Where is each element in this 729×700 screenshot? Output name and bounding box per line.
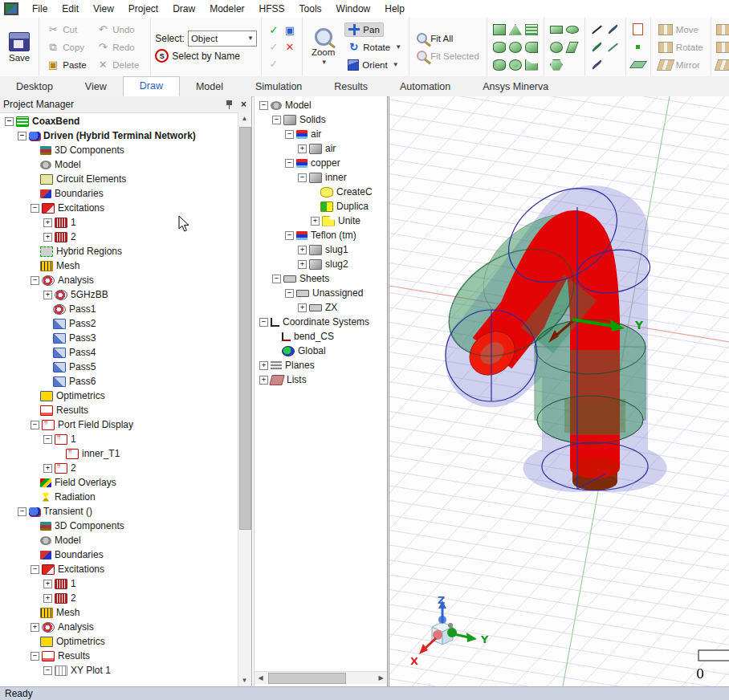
- expand-icon[interactable]: +: [298, 260, 307, 269]
- tab-ansys-minerva[interactable]: Ansys Minerva: [466, 78, 564, 96]
- tree-node-radiation[interactable]: Radiation: [0, 490, 238, 504]
- tree-node-zx[interactable]: +ZX: [255, 300, 387, 315]
- save-button[interactable]: Save: [4, 32, 35, 63]
- fit-selected-button[interactable]: Fit Selected: [413, 50, 483, 62]
- expand-icon[interactable]: +: [259, 361, 268, 370]
- tree-node-driven-hybrid-terminal-network-[interactable]: −Driven (Hybrid Terminal Network): [0, 128, 238, 143]
- draw-bondwire-icon[interactable]: [525, 59, 538, 71]
- delete-button[interactable]: ✕Delete: [93, 58, 146, 71]
- tree-node-xy-plot-1[interactable]: −XY Plot 1: [0, 663, 238, 678]
- expand-icon[interactable]: +: [43, 464, 52, 473]
- draw-ellipse-icon[interactable]: [566, 26, 579, 34]
- draw-circle-icon[interactable]: [550, 42, 563, 53]
- tree-node-1[interactable]: −1: [0, 432, 238, 446]
- menu-file[interactable]: File: [25, 1, 55, 17]
- model-tree-hscrollbar[interactable]: ◀ ▶: [255, 671, 387, 684]
- tree-node-pass5[interactable]: Pass5: [0, 360, 238, 374]
- show-selection-icon[interactable]: ✓: [267, 41, 280, 53]
- tree-node-createc[interactable]: CreateC: [255, 185, 387, 199]
- copy-button[interactable]: ⧉Copy: [43, 40, 93, 55]
- draw-rectangle-icon[interactable]: [550, 26, 563, 34]
- duplicate-around-axis-icon[interactable]: [716, 42, 729, 53]
- tree-node-air[interactable]: −air: [255, 127, 387, 141]
- tree-node-boundaries[interactable]: Boundaries: [0, 186, 238, 201]
- tree-node-circuit-elements[interactable]: Circuit Elements: [0, 172, 238, 186]
- draw-regular-polyhedron-icon[interactable]: [493, 59, 506, 71]
- scrollbar-thumb[interactable]: [239, 127, 251, 530]
- expand-icon[interactable]: +: [43, 291, 52, 299]
- tree-node-bend-cs[interactable]: bend_CS: [255, 329, 387, 344]
- draw-spline-icon[interactable]: [592, 43, 602, 52]
- draw-plane-icon[interactable]: [629, 61, 647, 68]
- draw-helix-icon[interactable]: [525, 24, 538, 35]
- draw-box-icon[interactable]: [493, 24, 506, 35]
- tree-node-mesh[interactable]: Mesh: [0, 605, 238, 620]
- paste-button[interactable]: ▣Paste: [43, 58, 93, 71]
- menu-hfss[interactable]: HFSS: [252, 1, 292, 17]
- tree-node-1[interactable]: +1: [0, 215, 238, 230]
- active-view-visibility-icon[interactable]: ▣: [283, 24, 296, 36]
- draw-cone-icon[interactable]: [509, 24, 522, 35]
- tree-node-mesh[interactable]: Mesh: [0, 258, 238, 273]
- move-button[interactable]: Move: [655, 23, 702, 36]
- tree-node-optimetrics[interactable]: Optimetrics: [0, 389, 238, 403]
- collapse-icon[interactable]: −: [31, 204, 39, 213]
- draw-point-icon[interactable]: [636, 45, 640, 49]
- collapse-icon[interactable]: −: [285, 289, 294, 298]
- scroll-up-icon[interactable]: ▲: [238, 112, 250, 124]
- tree-node-3d-components[interactable]: 3D Components: [0, 519, 238, 533]
- tab-desktop[interactable]: Desktop: [0, 78, 69, 96]
- tab-view[interactable]: View: [69, 78, 123, 96]
- tree-node-model[interactable]: Model: [0, 533, 238, 547]
- tree-node-lists[interactable]: +Lists: [255, 372, 387, 387]
- tree-node-coordinate-systems[interactable]: −Coordinate Systems: [255, 315, 387, 329]
- scrollbar-thumb[interactable]: [268, 673, 346, 684]
- expand-icon[interactable]: +: [298, 303, 307, 312]
- tree-node-duplica[interactable]: Duplica: [255, 199, 387, 214]
- zoom-button[interactable]: Zoom ▼: [307, 28, 340, 66]
- collapse-icon[interactable]: −: [18, 132, 26, 140]
- collapse-icon[interactable]: −: [43, 666, 52, 675]
- tab-draw[interactable]: Draw: [123, 76, 180, 96]
- tree-node-results[interactable]: Results: [0, 403, 238, 417]
- tree-node-excitations[interactable]: −Excitations: [0, 201, 238, 215]
- collapse-icon[interactable]: −: [18, 507, 26, 516]
- tab-results[interactable]: Results: [318, 78, 384, 96]
- tree-node-3d-components[interactable]: 3D Components: [0, 143, 238, 157]
- tree-node-inner[interactable]: −inner: [255, 170, 387, 185]
- menu-project[interactable]: Project: [121, 1, 165, 17]
- tree-node-copper[interactable]: −copper: [255, 156, 387, 170]
- tree-node-unassigned[interactable]: −Unassigned: [255, 286, 387, 300]
- cut-button[interactable]: ✂Cut: [43, 22, 93, 36]
- tree-node-pass6[interactable]: Pass6: [0, 374, 238, 389]
- tree-node-coaxbend[interactable]: −CoaxBend: [0, 114, 238, 128]
- tab-automation[interactable]: Automation: [384, 78, 466, 96]
- draw-sphere-icon[interactable]: [509, 42, 522, 53]
- tree-node-air[interactable]: +air: [255, 141, 387, 156]
- hide-in-active-view-icon[interactable]: ✕: [283, 41, 296, 53]
- draw-arc-center-icon[interactable]: [608, 25, 618, 35]
- tree-node-pass1[interactable]: Pass1: [0, 302, 238, 316]
- tree-node-model[interactable]: Model: [0, 157, 238, 172]
- collapse-icon[interactable]: −: [5, 117, 14, 126]
- select-by-name-button[interactable]: S Select by Name: [155, 47, 257, 65]
- tree-node-transient-[interactable]: −Transient (): [0, 504, 238, 519]
- tree-node-global[interactable]: Global: [255, 344, 387, 358]
- collapse-icon[interactable]: −: [272, 275, 281, 283]
- menu-window[interactable]: Window: [329, 1, 378, 17]
- draw-spiral-icon[interactable]: [525, 42, 538, 53]
- scroll-left-icon[interactable]: ◀: [255, 672, 267, 684]
- draw-equation-surface-icon[interactable]: [566, 42, 579, 53]
- expand-icon[interactable]: +: [311, 217, 320, 226]
- orient-button[interactable]: Orient▼: [344, 59, 401, 71]
- rotate-tool-button[interactable]: Rotate: [655, 41, 707, 54]
- expand-icon[interactable]: +: [43, 580, 52, 588]
- collapse-icon[interactable]: −: [285, 130, 294, 139]
- collapse-icon[interactable]: −: [43, 435, 52, 444]
- scroll-right-icon[interactable]: ▶: [375, 672, 387, 684]
- collapse-icon[interactable]: −: [272, 116, 281, 124]
- collapse-icon[interactable]: −: [31, 276, 39, 285]
- duplicate-along-line-icon[interactable]: [716, 24, 729, 35]
- collapse-icon[interactable]: −: [285, 231, 294, 240]
- project-tree-scrollbar[interactable]: ▲ ▼: [238, 112, 251, 686]
